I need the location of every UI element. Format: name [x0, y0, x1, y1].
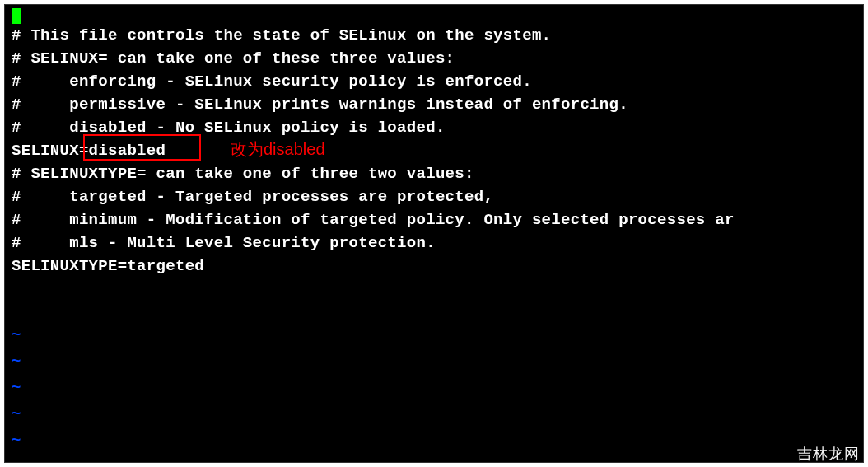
empty-line-marker: ~ [12, 429, 856, 452]
empty-line-marker: ~ [12, 376, 856, 399]
watermark-text: 吉林龙网 [797, 444, 860, 464]
empty-line-marker: ~ [12, 350, 856, 373]
terminal-editor[interactable]: # This file controls the state of SELinu… [4, 4, 864, 463]
cursor-block [12, 8, 21, 24]
config-line: # SELINUX= can take one of these three v… [12, 47, 856, 70]
blank-line [12, 301, 856, 324]
config-line: # SELINUXTYPE= can take one of three two… [12, 162, 856, 185]
config-line: # enforcing - SELinux security policy is… [12, 70, 856, 93]
config-line: # permissive - SELinux prints warnings i… [12, 93, 856, 116]
config-line: # This file controls the state of SELinu… [12, 24, 856, 47]
cursor-line [12, 8, 856, 24]
config-line: # disabled - No SELinux policy is loaded… [12, 116, 856, 139]
selinuxtype-setting-line: SELINUXTYPE=targeted [12, 255, 856, 278]
blank-line [12, 278, 856, 301]
empty-line-marker: ~ [12, 403, 856, 426]
config-line: # minimum - Modification of targeted pol… [12, 208, 856, 231]
selinux-setting-line: SELINUX=disabled [12, 139, 856, 162]
empty-line-marker: ~ [12, 324, 856, 347]
config-line: # mls - Multi Level Security protection. [12, 231, 856, 255]
empty-line-marker: ~ [12, 455, 856, 463]
config-line: # targeted - Targeted processes are prot… [12, 185, 856, 208]
